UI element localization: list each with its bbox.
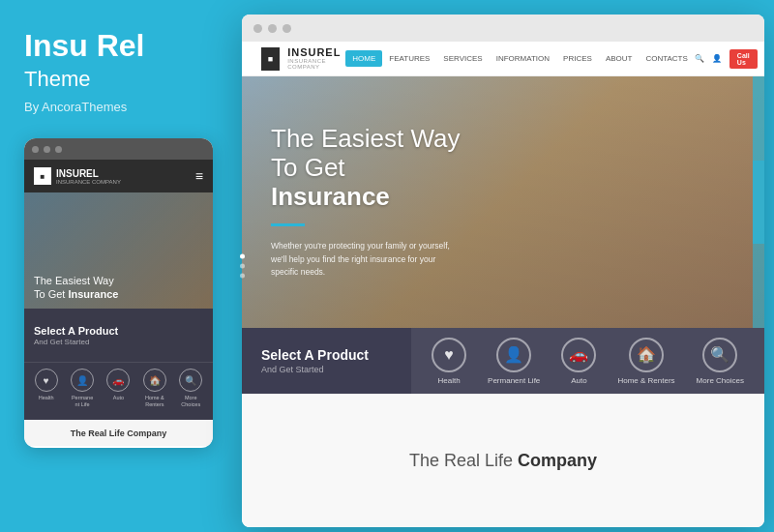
search-icon[interactable]: 🔍: [695, 54, 704, 63]
auto-icon: 🚗: [561, 338, 596, 372]
hero-side-bar: [753, 76, 764, 328]
brand-subtitle: Theme: [24, 67, 213, 92]
desktop-mockup: ■ INSUREL INSURANCE COMPANY HOME FEATURE…: [242, 15, 764, 527]
desktop-nav-links: HOME FEATURES SERVICES INFORMATION PRICE…: [345, 50, 695, 67]
mockup-logo-icon: ■: [34, 167, 51, 185]
mockup-icons-row: ♥ Health 👤 Permanent Life 🚗 Auto 🏠 Home …: [24, 362, 213, 420]
product-section: Select A Product And Get Started ♥ Healt…: [242, 328, 764, 394]
nav-link-about[interactable]: ABOUT: [599, 50, 640, 67]
hero-description: Whether you're protecting your family or…: [271, 240, 464, 280]
mockup-more-icon: 🔍 MoreChoices: [179, 369, 202, 407]
mockup-hero: The Easiest Way To Get Insurance: [24, 192, 213, 309]
more-icon: 🔍: [702, 338, 737, 372]
nav-link-prices[interactable]: PRICES: [556, 50, 599, 67]
mockup-product-sub: And Get Started: [34, 338, 203, 346]
product-label-title: Select A Product: [261, 347, 392, 363]
nav-link-contacts[interactable]: CONTACTS: [639, 50, 694, 67]
mobile-mockup: ■ INSUREL INSURANCE COMPANY ≡ The Easies…: [24, 138, 213, 448]
hero-title: The Easiest Way To Get Insurance: [271, 125, 464, 212]
hamburger-icon[interactable]: ≡: [195, 168, 203, 184]
product-more[interactable]: 🔍 More Choices: [697, 338, 744, 385]
health-label: Health: [437, 376, 460, 385]
bottom-preview-text: The Real Life Company: [409, 451, 597, 471]
product-auto[interactable]: 🚗 Auto: [561, 338, 596, 385]
browser-dot-1: [253, 24, 262, 33]
product-health[interactable]: ♥ Health: [432, 338, 466, 385]
brand-by: By AncoraThemes: [24, 100, 213, 114]
browser-bar: [242, 15, 764, 42]
home-label: Home & Renters: [617, 376, 674, 385]
side-nav-dots: [240, 254, 245, 279]
browser-dot-3: [283, 24, 291, 33]
mockup-dot-2: [44, 146, 50, 153]
hero-content: The Easiest Way To Get Insurance Whether…: [242, 96, 493, 308]
mockup-bottom: The Real Life Company: [24, 420, 213, 446]
desktop-logo-sub: INSURANCE COMPANY: [287, 58, 345, 70]
mockup-bottom-text: The Real Life Company: [71, 429, 167, 438]
hero-side-segment-2[interactable]: [753, 161, 764, 245]
mockup-logo-text: INSUREL: [56, 168, 121, 179]
mockup-logo: ■ INSUREL INSURANCE COMPANY: [34, 167, 121, 185]
product-icons-bar: ♥ Health 👤 Permanent Life 🚗 Auto 🏠 Home …: [411, 328, 764, 394]
desktop-logo-text-block: INSUREL INSURANCE COMPANY: [287, 47, 345, 70]
mockup-logo-sub: INSURANCE COMPANY: [56, 179, 121, 185]
mockup-health-icon: ♥ Health: [35, 369, 58, 401]
auto-label: Auto: [571, 376, 586, 385]
nav-link-features[interactable]: FEATURES: [382, 50, 436, 67]
mockup-dot-1: [32, 146, 39, 153]
desktop-logo-main: INSUREL: [287, 47, 345, 58]
life-label: Permanent Life: [488, 376, 540, 385]
side-dot-3[interactable]: [240, 274, 245, 279]
product-home[interactable]: 🏠 Home & Renters: [617, 338, 674, 385]
desktop-bottom-section: The Real Life Company: [242, 394, 764, 527]
mockup-auto-icon: 🚗 Auto: [106, 369, 130, 401]
desktop-logo-icon: ■: [261, 47, 280, 71]
mockup-life-icon: 👤 Permanent Life: [71, 369, 94, 407]
mockup-product-bar: Select A Product And Get Started: [24, 309, 213, 362]
more-label: More Choices: [697, 376, 744, 385]
product-life[interactable]: 👤 Permanent Life: [488, 338, 540, 385]
life-icon: 👤: [496, 338, 531, 372]
product-label-sub: And Get Started: [261, 365, 392, 374]
call-button[interactable]: Call Us: [729, 49, 758, 69]
desktop-nav-right: 🔍 👤 Call Us: [695, 49, 758, 69]
side-dot-2[interactable]: [240, 264, 245, 269]
brand-name: Insu Rel: [24, 29, 213, 63]
mockup-dot-3: [55, 146, 62, 153]
browser-dot-2: [268, 24, 277, 33]
hero-side-segment-1[interactable]: [753, 76, 764, 161]
mockup-hero-text: The Easiest Way To Get Insurance: [34, 274, 118, 302]
nav-link-information[interactable]: INFORMATION: [490, 50, 556, 67]
mockup-product-title: Select A Product: [34, 325, 203, 337]
nav-link-services[interactable]: SERVICES: [436, 50, 489, 67]
desktop-hero: The Easiest Way To Get Insurance Whether…: [242, 76, 764, 328]
desktop-nav: ■ INSUREL INSURANCE COMPANY HOME FEATURE…: [242, 42, 764, 76]
mockup-logo-texts: INSUREL INSURANCE COMPANY: [56, 168, 121, 185]
product-label-box: Select A Product And Get Started: [242, 328, 411, 394]
desktop-logo: ■ INSUREL INSURANCE COMPANY: [261, 47, 345, 71]
nav-link-home[interactable]: HOME: [345, 50, 382, 67]
mockup-titlebar: [24, 138, 213, 160]
hero-divider: [271, 223, 305, 226]
health-icon: ♥: [432, 338, 466, 372]
home-icon: 🏠: [629, 338, 664, 372]
side-dot-1[interactable]: [240, 254, 245, 259]
mockup-nav: ■ INSUREL INSURANCE COMPANY ≡: [24, 160, 213, 192]
user-icon[interactable]: 👤: [712, 54, 722, 63]
left-panel: Insu Rel Theme By AncoraThemes ■ INSUREL…: [0, 0, 237, 532]
hero-side-segment-3[interactable]: [753, 244, 764, 328]
mockup-home-icon: 🏠 Home &Renters: [143, 369, 166, 407]
